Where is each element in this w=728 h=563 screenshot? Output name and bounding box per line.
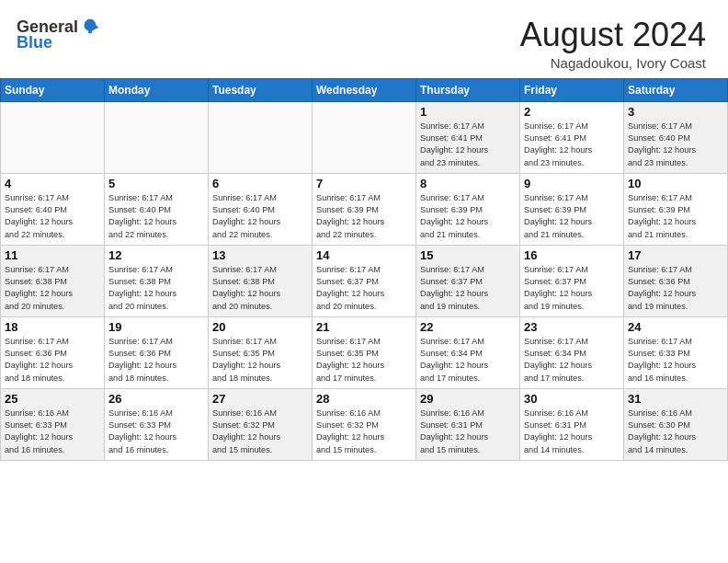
day-info: Sunrise: 6:17 AMSunset: 6:36 PMDaylight:… — [628, 264, 723, 313]
calendar-table: SundayMondayTuesdayWednesdayThursdayFrid… — [0, 78, 728, 461]
day-number: 15 — [420, 248, 516, 262]
calendar-cell: 28Sunrise: 6:16 AMSunset: 6:32 PMDayligh… — [313, 388, 416, 460]
day-info: Sunrise: 6:17 AMSunset: 6:37 PMDaylight:… — [316, 264, 412, 313]
day-number: 27 — [212, 392, 308, 406]
day-info: Sunrise: 6:16 AMSunset: 6:30 PMDaylight:… — [628, 408, 723, 456]
calendar-cell: 26Sunrise: 6:16 AMSunset: 6:33 PMDayligh… — [105, 388, 209, 460]
day-info: Sunrise: 6:17 AMSunset: 6:34 PMDaylight:… — [524, 336, 620, 385]
location-subtitle: Nagadoukou, Ivory Coast — [520, 55, 706, 71]
day-number: 12 — [108, 248, 204, 262]
calendar-week-row: 4Sunrise: 6:17 AMSunset: 6:40 PMDaylight… — [1, 173, 728, 245]
calendar-cell: 4Sunrise: 6:17 AMSunset: 6:40 PMDaylight… — [1, 173, 105, 245]
title-block: August 2024 Nagadoukou, Ivory Coast — [520, 17, 706, 71]
day-info: Sunrise: 6:17 AMSunset: 6:41 PMDaylight:… — [420, 121, 516, 169]
day-number: 11 — [5, 248, 100, 262]
day-number: 4 — [5, 177, 100, 190]
calendar-cell: 18Sunrise: 6:17 AMSunset: 6:36 PMDayligh… — [1, 316, 105, 388]
calendar-cell: 8Sunrise: 6:17 AMSunset: 6:39 PMDaylight… — [416, 173, 520, 245]
day-info: Sunrise: 6:16 AMSunset: 6:32 PMDaylight:… — [212, 408, 308, 456]
weekday-header-tuesday: Tuesday — [209, 78, 313, 101]
weekday-header-saturday: Saturday — [624, 78, 728, 101]
day-info: Sunrise: 6:17 AMSunset: 6:41 PMDaylight:… — [524, 121, 620, 169]
calendar-week-row: 11Sunrise: 6:17 AMSunset: 6:38 PMDayligh… — [1, 245, 728, 316]
day-number: 10 — [628, 177, 723, 190]
day-info: Sunrise: 6:17 AMSunset: 6:37 PMDaylight:… — [524, 264, 620, 313]
day-info: Sunrise: 6:17 AMSunset: 6:38 PMDaylight:… — [108, 264, 204, 313]
calendar-cell — [1, 101, 105, 173]
calendar-cell — [105, 101, 209, 173]
calendar-week-row: 1Sunrise: 6:17 AMSunset: 6:41 PMDaylight… — [1, 101, 728, 173]
day-info: Sunrise: 6:17 AMSunset: 6:34 PMDaylight:… — [420, 336, 516, 385]
day-info: Sunrise: 6:17 AMSunset: 6:39 PMDaylight:… — [628, 192, 723, 241]
calendar-cell: 19Sunrise: 6:17 AMSunset: 6:36 PMDayligh… — [105, 316, 209, 388]
day-number: 6 — [212, 177, 308, 190]
calendar-cell: 29Sunrise: 6:16 AMSunset: 6:31 PMDayligh… — [416, 388, 520, 460]
calendar-cell — [313, 101, 416, 173]
day-info: Sunrise: 6:17 AMSunset: 6:40 PMDaylight:… — [628, 121, 723, 169]
calendar-cell: 31Sunrise: 6:16 AMSunset: 6:30 PMDayligh… — [624, 388, 728, 460]
day-number: 31 — [628, 392, 723, 406]
weekday-header-sunday: Sunday — [1, 78, 105, 101]
calendar-cell: 5Sunrise: 6:17 AMSunset: 6:40 PMDaylight… — [105, 173, 209, 245]
calendar-week-row: 18Sunrise: 6:17 AMSunset: 6:36 PMDayligh… — [1, 316, 728, 388]
calendar-cell: 23Sunrise: 6:17 AMSunset: 6:34 PMDayligh… — [520, 316, 624, 388]
calendar-cell: 16Sunrise: 6:17 AMSunset: 6:37 PMDayligh… — [520, 245, 624, 316]
calendar-cell: 14Sunrise: 6:17 AMSunset: 6:37 PMDayligh… — [313, 245, 416, 316]
day-info: Sunrise: 6:16 AMSunset: 6:33 PMDaylight:… — [108, 408, 204, 456]
day-info: Sunrise: 6:17 AMSunset: 6:33 PMDaylight:… — [628, 336, 723, 385]
day-info: Sunrise: 6:16 AMSunset: 6:32 PMDaylight:… — [316, 408, 412, 456]
day-info: Sunrise: 6:17 AMSunset: 6:38 PMDaylight:… — [212, 264, 308, 313]
weekday-header-friday: Friday — [520, 78, 624, 101]
calendar-cell: 15Sunrise: 6:17 AMSunset: 6:37 PMDayligh… — [416, 245, 520, 316]
calendar-cell: 17Sunrise: 6:17 AMSunset: 6:36 PMDayligh… — [624, 245, 728, 316]
calendar-cell: 9Sunrise: 6:17 AMSunset: 6:39 PMDaylight… — [520, 173, 624, 245]
calendar-week-row: 25Sunrise: 6:16 AMSunset: 6:33 PMDayligh… — [1, 388, 728, 460]
calendar-cell: 12Sunrise: 6:17 AMSunset: 6:38 PMDayligh… — [105, 245, 209, 316]
day-number: 2 — [524, 105, 620, 119]
day-number: 17 — [628, 248, 723, 262]
day-number: 20 — [212, 320, 308, 334]
calendar-cell: 7Sunrise: 6:17 AMSunset: 6:39 PMDaylight… — [313, 173, 416, 245]
day-info: Sunrise: 6:17 AMSunset: 6:39 PMDaylight:… — [420, 192, 516, 241]
day-info: Sunrise: 6:17 AMSunset: 6:39 PMDaylight:… — [524, 192, 620, 241]
day-number: 23 — [524, 320, 620, 334]
day-info: Sunrise: 6:17 AMSunset: 6:35 PMDaylight:… — [316, 336, 412, 385]
calendar-cell: 25Sunrise: 6:16 AMSunset: 6:33 PMDayligh… — [1, 388, 105, 460]
calendar-cell: 10Sunrise: 6:17 AMSunset: 6:39 PMDayligh… — [624, 173, 728, 245]
calendar-cell: 1Sunrise: 6:17 AMSunset: 6:41 PMDaylight… — [416, 101, 520, 173]
calendar-cell: 21Sunrise: 6:17 AMSunset: 6:35 PMDayligh… — [313, 316, 416, 388]
day-info: Sunrise: 6:17 AMSunset: 6:40 PMDaylight:… — [212, 192, 308, 241]
calendar-cell: 22Sunrise: 6:17 AMSunset: 6:34 PMDayligh… — [416, 316, 520, 388]
calendar-cell: 2Sunrise: 6:17 AMSunset: 6:41 PMDaylight… — [520, 101, 624, 173]
weekday-header-monday: Monday — [105, 78, 209, 101]
calendar-cell: 3Sunrise: 6:17 AMSunset: 6:40 PMDaylight… — [624, 101, 728, 173]
logo-blue-text: Blue — [17, 33, 52, 52]
calendar-cell: 24Sunrise: 6:17 AMSunset: 6:33 PMDayligh… — [624, 316, 728, 388]
calendar-cell: 13Sunrise: 6:17 AMSunset: 6:38 PMDayligh… — [209, 245, 313, 316]
day-number: 13 — [212, 248, 308, 262]
day-info: Sunrise: 6:17 AMSunset: 6:37 PMDaylight:… — [420, 264, 516, 313]
logo-icon — [80, 17, 100, 37]
day-info: Sunrise: 6:17 AMSunset: 6:35 PMDaylight:… — [212, 336, 308, 385]
day-info: Sunrise: 6:17 AMSunset: 6:40 PMDaylight:… — [5, 192, 100, 241]
day-number: 22 — [420, 320, 516, 334]
day-number: 8 — [420, 177, 516, 190]
day-number: 1 — [420, 105, 516, 119]
calendar-cell: 30Sunrise: 6:16 AMSunset: 6:31 PMDayligh… — [520, 388, 624, 460]
day-number: 9 — [524, 177, 620, 190]
day-number: 3 — [628, 105, 723, 119]
day-number: 30 — [524, 392, 620, 406]
page-header: General Blue August 2024 Nagadoukou, Ivo… — [0, 0, 728, 78]
calendar-cell: 11Sunrise: 6:17 AMSunset: 6:38 PMDayligh… — [1, 245, 105, 316]
day-number: 28 — [316, 392, 412, 406]
day-info: Sunrise: 6:17 AMSunset: 6:36 PMDaylight:… — [5, 336, 100, 385]
day-number: 24 — [628, 320, 723, 334]
calendar-cell: 6Sunrise: 6:17 AMSunset: 6:40 PMDaylight… — [209, 173, 313, 245]
calendar-cell — [209, 101, 313, 173]
calendar-cell: 20Sunrise: 6:17 AMSunset: 6:35 PMDayligh… — [209, 316, 313, 388]
month-year-title: August 2024 — [520, 17, 706, 53]
weekday-header-thursday: Thursday — [416, 78, 520, 101]
day-info: Sunrise: 6:16 AMSunset: 6:31 PMDaylight:… — [524, 408, 620, 456]
day-number: 25 — [5, 392, 100, 406]
day-number: 14 — [316, 248, 412, 262]
